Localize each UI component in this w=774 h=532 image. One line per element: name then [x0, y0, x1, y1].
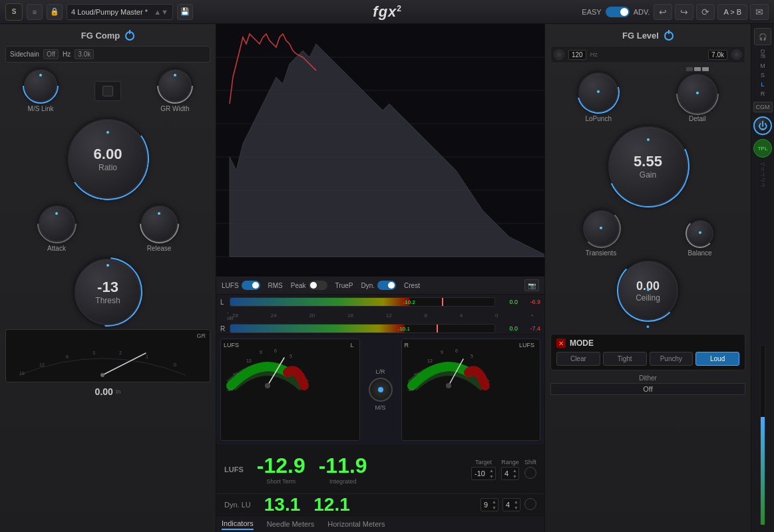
preset-selector[interactable]: 4 Loud/Pumpy Master * ▲▼ — [67, 4, 173, 20]
redo-button[interactable]: ↪ — [675, 4, 693, 20]
lr-ms-knob[interactable] — [369, 378, 393, 402]
mode-tight[interactable]: Tight — [603, 352, 647, 366]
truep-toggle[interactable]: TrueP — [335, 282, 353, 289]
comment-button[interactable]: ✉ — [750, 4, 769, 20]
range-spinner[interactable]: 4 ▲ ▼ — [501, 467, 519, 480]
power-button[interactable]: ⏻ — [753, 116, 772, 135]
peak-toggle[interactable]: Peak — [291, 281, 327, 290]
r-btn[interactable]: R — [759, 90, 767, 98]
ratio-knob[interactable]: 6.00 Ratio — [68, 119, 148, 199]
freq-small-knob-right[interactable] — [731, 49, 742, 60]
dyn-switch[interactable] — [377, 281, 396, 290]
tab-horizontal-meters[interactable]: Horizontal Meters — [327, 519, 385, 529]
loop-button[interactable]: ⟳ — [696, 4, 715, 20]
shift-circle[interactable] — [524, 467, 536, 479]
target-up[interactable]: ▲ — [488, 467, 495, 473]
dyn-target-down[interactable]: ▼ — [490, 505, 498, 511]
svg-text:-24: -24 — [407, 387, 414, 392]
side-scale: +1 0 -1 -2 -3 — [760, 162, 765, 340]
sidechain-hz-value[interactable]: 3.0k — [75, 49, 94, 59]
lufs-toggle[interactable]: LUFS — [222, 281, 260, 290]
lopunch-detail-row: LoPunch Detail — [550, 67, 745, 122]
lopunch-knob[interactable] — [578, 72, 618, 112]
gr-width-knob[interactable] — [158, 69, 192, 102]
save-preset-button[interactable]: 💾 — [177, 4, 193, 20]
dyn-controls: 9 ▲ ▼ 4 ▲ ▼ — [481, 498, 536, 511]
ms-link-knob[interactable] — [24, 69, 57, 102]
range-down[interactable]: ▼ — [511, 473, 518, 479]
snapshot-button[interactable]: 📷 — [524, 279, 539, 291]
lufs-switch[interactable] — [242, 281, 260, 290]
svg-line-7 — [102, 353, 146, 375]
tab-indicators[interactable]: Indicators — [222, 518, 254, 530]
tab-needle-meters[interactable]: Needle Meters — [267, 519, 315, 529]
ratio-group: 6.00 Ratio — [5, 119, 210, 199]
mode-loud[interactable]: Loud — [695, 352, 739, 366]
dyn-range-down[interactable]: ▼ — [512, 505, 520, 511]
center-panel: Peak 4.6 0.0 0 4 8 12 16 20 24 28 0 4 8 — [216, 24, 544, 532]
rms-toggle[interactable]: RMS — [268, 282, 283, 289]
range-spinner-btns[interactable]: ▲ ▼ — [511, 467, 518, 479]
tpl-button[interactable]: TPL — [753, 139, 772, 158]
ceiling-knob[interactable]: 0.00 Ceiling — [618, 261, 678, 321]
mode-punchy[interactable]: Punchy — [650, 352, 693, 366]
dyn-circle[interactable] — [524, 498, 536, 510]
crest-toggle[interactable]: Crest — [404, 282, 420, 289]
lock-button[interactable]: 🔒 — [47, 4, 63, 20]
detail-label: Detail — [689, 115, 706, 122]
ms-link-label: M/S Link — [28, 105, 54, 112]
detail-knob[interactable] — [677, 74, 717, 114]
needle-lufs-label-right: LUFS — [516, 340, 537, 350]
meter-controls: LUFS RMS Peak TrueP Dyn. Crest 📷 — [216, 277, 544, 295]
l-green-val: -10.2 — [403, 299, 415, 305]
svg-text:12: 12 — [246, 358, 252, 363]
dither-section: Dither Off — [550, 374, 745, 395]
ratio-label: Ratio — [94, 163, 122, 172]
balance-knob[interactable] — [687, 220, 713, 247]
side-right-panel: 🎧 Diff M S L R CGM ⏻ TPL +1 0 -1 -2 -3 — [751, 24, 774, 532]
needle-r-label: R — [402, 340, 412, 350]
dyn-range-spinner[interactable]: 4 ▲ ▼ — [502, 498, 520, 511]
studio-one-logo[interactable]: S — [5, 3, 23, 21]
cgm-button[interactable]: CGM — [753, 102, 773, 112]
undo-button[interactable]: ↩ — [654, 4, 672, 20]
gain-knob[interactable]: 5.55 Gain — [608, 126, 688, 206]
s-btn[interactable]: S — [759, 71, 766, 79]
headphones-button[interactable]: 🎧 — [754, 28, 771, 45]
needle-svg-right: -24 <> 12 9 6 5 — [402, 339, 540, 440]
balance-label: Balance — [687, 249, 711, 257]
integrated-label: Integrated — [329, 478, 357, 485]
mode-clear[interactable]: Clear — [556, 352, 600, 366]
transients-knob[interactable] — [583, 210, 620, 247]
peak-switch[interactable] — [309, 281, 327, 290]
fg-level-title: FG Level — [550, 29, 745, 42]
dither-value[interactable]: Off — [550, 383, 745, 395]
ab-button[interactable]: A > B — [717, 4, 747, 20]
dyn-toggle[interactable]: Dyn. — [361, 281, 396, 290]
target-group: Target -10 ▲ ▼ — [471, 459, 496, 480]
freq-small-knob-left[interactable] — [554, 49, 564, 60]
target-spinner-btns[interactable]: ▲ ▼ — [488, 467, 495, 479]
sidechain-off[interactable]: Off — [43, 49, 59, 59]
mode-x-icon[interactable]: ✕ — [556, 338, 566, 348]
target-spinner[interactable]: -10 ▲ ▼ — [471, 467, 496, 480]
l-btn[interactable]: L — [759, 80, 765, 88]
release-label: Release — [147, 245, 172, 252]
transients-label: Transients — [586, 249, 616, 257]
fg-level-power[interactable] — [664, 31, 674, 41]
svg-text:6: 6 — [455, 348, 458, 353]
m-btn[interactable]: M — [759, 62, 767, 70]
input-level-display: 0.00 In — [5, 386, 210, 397]
dyn-target-spinner[interactable]: 9 ▲ ▼ — [481, 498, 498, 511]
menu-button[interactable]: ≡ — [27, 4, 43, 20]
attack-knob[interactable] — [39, 205, 75, 242]
range-up[interactable]: ▲ — [511, 467, 518, 473]
dyn-target-up[interactable]: ▲ — [490, 499, 498, 505]
fg-comp-power[interactable] — [125, 31, 134, 41]
easy-adv-switch[interactable] — [606, 7, 630, 17]
lufs-controls: Target -10 ▲ ▼ Range 4 ▲ — [471, 459, 536, 480]
target-down[interactable]: ▼ — [488, 473, 495, 479]
dyn-range-up[interactable]: ▲ — [512, 499, 520, 505]
thresh-knob[interactable]: -13 Thresh — [75, 259, 141, 325]
release-knob[interactable] — [141, 205, 178, 242]
